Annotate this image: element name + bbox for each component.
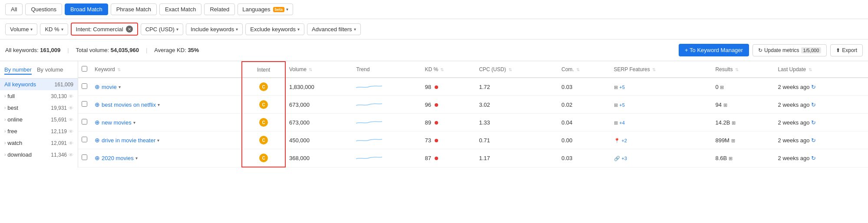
keyword-text: new movies bbox=[102, 119, 132, 126]
col-kd[interactable]: KD % ⇅ bbox=[421, 62, 475, 78]
intent-filter[interactable]: Intent: Commercial ✕ bbox=[71, 23, 138, 36]
advanced-filters[interactable]: Advanced filters ▾ bbox=[307, 23, 361, 35]
select-all-header[interactable] bbox=[78, 62, 91, 78]
close-icon[interactable]: ✕ bbox=[126, 26, 133, 33]
intent-label: Intent: Commercial bbox=[76, 26, 123, 33]
row-keyword-cell: ⊕ new movies ▾ bbox=[91, 114, 242, 131]
results-value: 14.2B bbox=[715, 119, 730, 126]
kd-dot-icon bbox=[435, 103, 438, 107]
col-serp[interactable]: SERP Features ⇅ bbox=[611, 62, 712, 78]
keyword-link[interactable]: ⊕ new movies ▾ bbox=[95, 119, 238, 126]
chevron-down-icon: ▾ bbox=[236, 27, 238, 32]
row-cpc-cell: 3.02 bbox=[475, 96, 558, 114]
col-keyword[interactable]: Keyword ⇅ bbox=[91, 62, 242, 78]
eye-icon[interactable]: 👁 bbox=[69, 117, 73, 122]
keyword-link[interactable]: ⊕ 2020 movies ▾ bbox=[95, 154, 238, 161]
sidebar-all-keywords-label: All keywords bbox=[4, 81, 36, 88]
row-intent-cell: C bbox=[242, 131, 285, 149]
row-trend-cell bbox=[353, 78, 421, 96]
eye-icon[interactable]: 👁 bbox=[69, 152, 73, 157]
cpc-label: CPC (USD) bbox=[145, 26, 175, 33]
sidebar-tab-by-number[interactable]: By number bbox=[4, 66, 32, 75]
row-serp-cell: ⊞ +5 bbox=[611, 96, 712, 114]
com-value: 0.00 bbox=[561, 137, 572, 144]
sidebar-item-best[interactable]: › best 19,931 👁 bbox=[0, 102, 78, 114]
row-checkbox-cell[interactable] bbox=[78, 131, 91, 149]
col-cpc[interactable]: CPC (USD) ⇅ bbox=[475, 62, 558, 78]
sidebar-count-online: 15,691 👁 bbox=[51, 117, 73, 123]
col-last-update[interactable]: Last Update ⇅ bbox=[775, 62, 868, 78]
sidebar-tab-by-volume[interactable]: By volume bbox=[37, 66, 63, 75]
sidebar-item-watch[interactable]: › watch 12,091 👁 bbox=[0, 137, 78, 149]
row-checkbox-cell[interactable] bbox=[78, 96, 91, 114]
refresh-icon[interactable]: ↻ bbox=[811, 155, 816, 161]
tab-exact-match[interactable]: Exact Match bbox=[159, 3, 202, 15]
export-button[interactable]: ⬆ Export bbox=[830, 44, 863, 56]
volume-value: 450,000 bbox=[289, 137, 310, 144]
dropdown-arrow-icon[interactable]: ▾ bbox=[133, 120, 135, 125]
update-metrics-button[interactable]: ↻ Update metrics 1/5,000 bbox=[752, 44, 827, 56]
keyword-link[interactable]: ⊕ movie ▾ bbox=[95, 83, 238, 90]
col-com[interactable]: Com. ⇅ bbox=[558, 62, 611, 78]
tab-related[interactable]: Related bbox=[204, 3, 235, 15]
sidebar-item-free[interactable]: › free 12,119 👁 bbox=[0, 125, 78, 137]
kd-filter[interactable]: KD % ▾ bbox=[40, 23, 68, 35]
trend-chart bbox=[356, 118, 382, 127]
row-checkbox[interactable] bbox=[82, 101, 87, 107]
row-checkbox[interactable] bbox=[82, 137, 87, 142]
row-cpc-cell: 0.71 bbox=[475, 131, 558, 149]
refresh-icon[interactable]: ↻ bbox=[811, 119, 816, 126]
tab-broad-match[interactable]: Broad Match bbox=[65, 3, 108, 15]
sidebar-label-download: download bbox=[7, 151, 32, 158]
sidebar-item-online[interactable]: › online 15,691 👁 bbox=[0, 114, 78, 125]
eye-icon[interactable]: 👁 bbox=[69, 141, 73, 146]
eye-icon[interactable]: 👁 bbox=[69, 129, 73, 134]
last-update-value: 2 weeks ago bbox=[778, 119, 810, 126]
refresh-icon[interactable]: ↻ bbox=[811, 102, 816, 108]
tab-questions[interactable]: Questions bbox=[25, 3, 62, 15]
volume-filter[interactable]: Volume ▾ bbox=[5, 23, 37, 35]
plus-icon: ⊕ bbox=[95, 101, 100, 108]
row-checkbox-cell[interactable] bbox=[78, 114, 91, 131]
col-volume[interactable]: Volume ⇅ bbox=[285, 62, 353, 78]
row-results-cell: 8.6B ⊞ bbox=[712, 149, 774, 167]
dropdown-arrow-icon[interactable]: ▾ bbox=[135, 156, 138, 161]
cpc-filter[interactable]: CPC (USD) ▾ bbox=[141, 23, 183, 35]
row-trend-cell bbox=[353, 96, 421, 114]
serp-feature-icon: 📍 bbox=[614, 138, 620, 143]
chevron-down-icon: ▾ bbox=[30, 27, 33, 32]
row-checkbox[interactable] bbox=[82, 83, 87, 89]
col-results[interactable]: Results ⇅ bbox=[712, 62, 774, 78]
row-checkbox-cell[interactable] bbox=[78, 149, 91, 167]
keyword-link[interactable]: ⊕ best movies on netflix ▾ bbox=[95, 101, 238, 108]
row-cpc-cell: 1.33 bbox=[475, 114, 558, 131]
volume-value: 1,830,000 bbox=[289, 84, 314, 90]
row-checkbox[interactable] bbox=[82, 154, 87, 160]
languages-dropdown[interactable]: Languages beta ▾ bbox=[238, 3, 293, 15]
col-trend[interactable]: Trend bbox=[353, 62, 421, 78]
row-checkbox-cell[interactable] bbox=[78, 78, 91, 96]
serp-plus-value: +4 bbox=[619, 120, 625, 125]
refresh-icon[interactable]: ↻ bbox=[811, 84, 816, 90]
row-checkbox[interactable] bbox=[82, 119, 87, 125]
sort-icon: ⇅ bbox=[508, 67, 512, 72]
dropdown-arrow-icon[interactable]: ▾ bbox=[158, 102, 160, 107]
plus-icon: ⊕ bbox=[95, 83, 100, 90]
sidebar-item-all-keywords[interactable]: All keywords 161,009 bbox=[0, 79, 78, 90]
dropdown-arrow-icon[interactable]: ▾ bbox=[157, 138, 159, 143]
sidebar-item-download[interactable]: › download 11,346 👁 bbox=[0, 149, 78, 161]
keyword-manager-button[interactable]: + To Keyword Manager bbox=[679, 44, 749, 56]
tab-phrase-match[interactable]: Phrase Match bbox=[111, 3, 157, 15]
col-intent[interactable]: Intent bbox=[242, 62, 285, 78]
sidebar-item-full[interactable]: › full 30,130 👁 bbox=[0, 90, 78, 102]
select-all-checkbox[interactable] bbox=[82, 66, 87, 72]
keyword-link[interactable]: ⊕ drive in movie theater ▾ bbox=[95, 137, 238, 144]
tab-all[interactable]: All bbox=[5, 3, 23, 15]
exclude-keywords-filter[interactable]: Exclude keywords ▾ bbox=[245, 23, 304, 35]
sidebar-count-watch: 12,091 👁 bbox=[51, 140, 73, 146]
dropdown-arrow-icon[interactable]: ▾ bbox=[119, 85, 121, 89]
include-keywords-filter[interactable]: Include keywords ▾ bbox=[186, 23, 243, 35]
refresh-icon[interactable]: ↻ bbox=[811, 137, 816, 144]
eye-icon[interactable]: 👁 bbox=[69, 94, 73, 99]
eye-icon[interactable]: 👁 bbox=[69, 105, 73, 111]
